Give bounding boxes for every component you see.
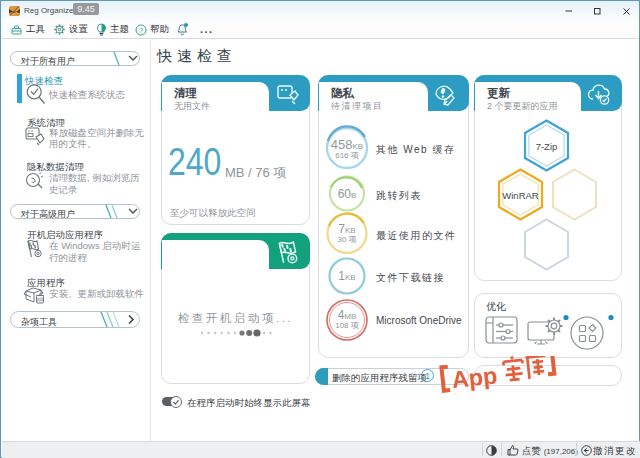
svg-text:4MB: 4MB	[338, 308, 357, 322]
svg-text:1KB: 1KB	[338, 269, 355, 283]
svg-text:7-Zip: 7-Zip	[536, 141, 558, 152]
svg-text:616 项: 616 项	[335, 151, 359, 160]
svg-text:WinRAR: WinRAR	[502, 190, 539, 201]
svg-text:108 项: 108 项	[335, 321, 359, 330]
svg-text:App: App	[450, 362, 498, 393]
svg-text:?: ?	[139, 25, 143, 34]
svg-text:458KB: 458KB	[331, 137, 363, 152]
svg-text:60B: 60B	[338, 187, 357, 201]
svg-text:30 项: 30 项	[337, 235, 356, 244]
svg-text:7KB: 7KB	[338, 222, 355, 236]
